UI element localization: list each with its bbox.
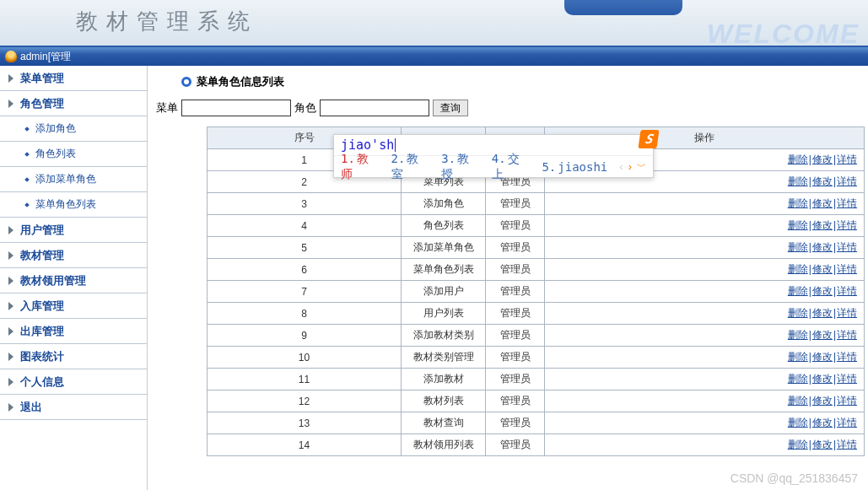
ime-next-icon[interactable]: › <box>628 160 632 173</box>
cell-role: 管理员 <box>486 193 545 215</box>
menu-input[interactable] <box>181 100 291 116</box>
sidebar-item[interactable]: 教材管理 <box>0 243 147 268</box>
sidebar-item[interactable]: 图表统计 <box>0 344 147 369</box>
cell-op: 删除|修改|详情 <box>545 237 865 259</box>
delete-link[interactable]: 删除 <box>788 241 808 253</box>
detail-link[interactable]: 详情 <box>837 373 857 385</box>
search-button[interactable]: 查询 <box>433 100 468 116</box>
cell-seq: 11 <box>208 369 402 390</box>
detail-link[interactable]: 详情 <box>837 395 857 407</box>
edit-link[interactable]: 修改 <box>812 175 833 187</box>
sidebar-item[interactable]: 出库管理 <box>0 319 147 344</box>
sidebar-item-label: 添加角色 <box>35 121 76 136</box>
detail-link[interactable]: 详情 <box>837 307 857 319</box>
sidebar-subitem[interactable]: 角色列表 <box>0 142 147 167</box>
sidebar-item[interactable]: 个人信息 <box>0 369 147 395</box>
detail-link[interactable]: 详情 <box>837 285 857 297</box>
edit-link[interactable]: 修改 <box>812 329 833 341</box>
sidebar-subitem[interactable]: 添加菜单角色 <box>0 167 147 192</box>
delete-link[interactable]: 删除 <box>788 439 808 450</box>
detail-link[interactable]: 详情 <box>837 351 857 363</box>
delete-link[interactable]: 删除 <box>788 285 808 297</box>
ime-expand-icon[interactable]: ﹀ <box>637 160 646 173</box>
watermark: CSDN @qq_251836457 <box>731 471 858 485</box>
detail-link[interactable]: 详情 <box>837 153 857 165</box>
delete-link[interactable]: 删除 <box>788 197 808 209</box>
detail-link[interactable]: 详情 <box>837 263 857 275</box>
delete-link[interactable]: 删除 <box>788 329 808 341</box>
edit-link[interactable]: 修改 <box>812 241 833 253</box>
sidebar-item-label: 个人信息 <box>20 374 64 390</box>
cell-menu: 添加教材 <box>402 369 486 390</box>
detail-link[interactable]: 详情 <box>837 329 857 341</box>
ime-candidate[interactable]: 2.教室 <box>391 152 430 182</box>
sidebar-item[interactable]: 退出 <box>0 395 147 420</box>
sidebar-item[interactable]: 用户管理 <box>0 218 147 243</box>
cell-op: 删除|修改|详情 <box>545 325 865 347</box>
edit-link[interactable]: 修改 <box>812 351 833 363</box>
detail-link[interactable]: 详情 <box>837 417 857 428</box>
edit-link[interactable]: 修改 <box>812 307 833 319</box>
sidebar-item[interactable]: 入库管理 <box>0 293 147 319</box>
page-title: 菜单角色信息列表 <box>181 74 860 89</box>
detail-link[interactable]: 详情 <box>837 439 857 450</box>
cell-menu: 添加用户 <box>402 281 486 303</box>
banner: 教材管理系统 WELCOME <box>0 0 868 47</box>
ime-input-row: jiao'sh S <box>334 135 653 155</box>
ime-candidate[interactable]: 4.交上 <box>492 152 531 182</box>
delete-link[interactable]: 删除 <box>788 395 808 407</box>
role-input[interactable] <box>320 100 429 116</box>
ime-caret <box>395 138 396 152</box>
edit-link[interactable]: 修改 <box>812 263 833 275</box>
detail-link[interactable]: 详情 <box>837 241 857 253</box>
content-area: 菜单角色信息列表 菜单 角色 查询 序号 操作 1删除|修改|详情2菜单列表管理… <box>148 66 868 490</box>
sidebar: 菜单管理角色管理添加角色角色列表添加菜单角色菜单角色列表用户管理教材管理教材领用… <box>0 66 148 490</box>
sidebar-subitem[interactable]: 菜单角色列表 <box>0 192 147 218</box>
sidebar-item-label: 菜单管理 <box>20 71 64 86</box>
table-row: 3添加角色管理员删除|修改|详情 <box>208 193 865 215</box>
sidebar-subitem[interactable]: 添加角色 <box>0 116 147 142</box>
sidebar-item[interactable]: 教材领用管理 <box>0 268 147 293</box>
delete-link[interactable]: 删除 <box>788 153 808 165</box>
sidebar-item-label: 退出 <box>20 400 42 415</box>
ime-prev-icon[interactable]: ‹ <box>619 160 623 173</box>
sogou-logo-icon: S <box>638 130 659 148</box>
circle-icon <box>181 77 191 87</box>
ime-candidate[interactable]: 1.教师 <box>341 152 380 182</box>
cell-op: 删除|修改|详情 <box>545 412 865 434</box>
delete-link[interactable]: 删除 <box>788 351 808 363</box>
app-title: 教材管理系统 <box>76 7 258 36</box>
edit-link[interactable]: 修改 <box>812 417 833 428</box>
sidebar-item-label: 教材领用管理 <box>20 273 86 288</box>
table-row: 9添加教材类别管理员删除|修改|详情 <box>208 325 865 347</box>
edit-link[interactable]: 修改 <box>812 153 833 165</box>
delete-link[interactable]: 删除 <box>788 417 808 428</box>
edit-link[interactable]: 修改 <box>812 197 833 209</box>
delete-link[interactable]: 删除 <box>788 307 808 319</box>
sidebar-item-label: 菜单角色列表 <box>35 197 96 212</box>
sidebar-item-label: 图表统计 <box>20 349 64 364</box>
edit-link[interactable]: 修改 <box>812 219 833 231</box>
arrow-icon <box>8 327 13 336</box>
delete-link[interactable]: 删除 <box>788 175 808 187</box>
ime-nav: ‹ › ﹀ <box>619 160 646 173</box>
delete-link[interactable]: 删除 <box>788 219 808 231</box>
edit-link[interactable]: 修改 <box>812 395 833 407</box>
detail-link[interactable]: 详情 <box>837 175 857 187</box>
edit-link[interactable]: 修改 <box>812 439 833 450</box>
delete-link[interactable]: 删除 <box>788 263 808 275</box>
edit-link[interactable]: 修改 <box>812 373 833 385</box>
detail-link[interactable]: 详情 <box>837 197 857 209</box>
table-row: 13教材查询管理员删除|修改|详情 <box>208 412 865 434</box>
edit-link[interactable]: 修改 <box>812 285 833 297</box>
table-row: 11添加教材管理员删除|修改|详情 <box>208 369 865 390</box>
sidebar-item[interactable]: 角色管理 <box>0 91 147 116</box>
sidebar-item[interactable]: 菜单管理 <box>0 66 147 91</box>
delete-link[interactable]: 删除 <box>788 373 808 385</box>
arrow-icon <box>8 251 13 260</box>
cell-role: 管理员 <box>486 347 545 369</box>
ime-candidate[interactable]: 3.教授 <box>441 152 480 182</box>
ime-candidate[interactable]: 5.jiaoshi <box>542 160 607 174</box>
detail-link[interactable]: 详情 <box>837 219 857 231</box>
cell-menu: 菜单角色列表 <box>402 259 486 281</box>
